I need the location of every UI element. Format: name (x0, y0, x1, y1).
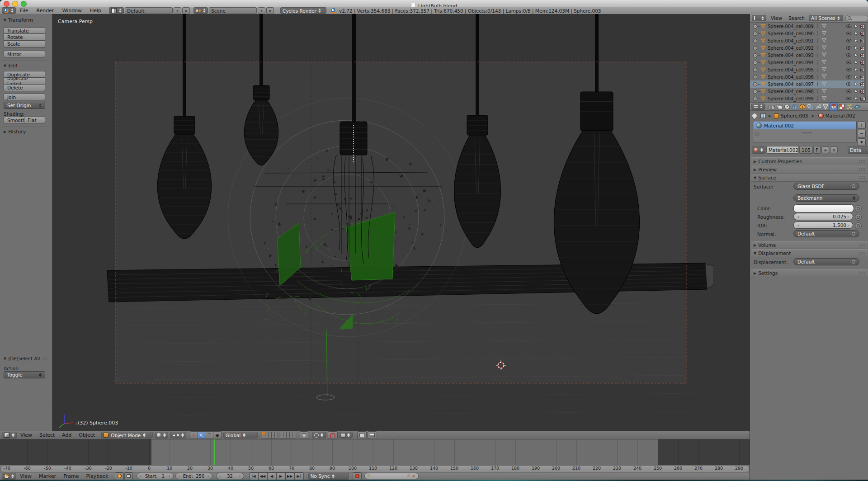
shade-flat-button[interactable]: Flat (24, 117, 45, 123)
timeline-ruler[interactable]: -70-60-50-40-30-20-100102030405060708090… (0, 465, 750, 472)
material-users-button[interactable]: 105 (799, 146, 813, 154)
scene-icon-button[interactable] (193, 7, 208, 14)
frame-start-field[interactable]: Start:1 (137, 473, 174, 479)
timeline-band[interactable] (0, 439, 750, 465)
expand-icon[interactable] (753, 24, 757, 28)
displacement-button[interactable]: Default (793, 258, 859, 265)
outliner-row[interactable]: Sphere.004_cell.091 (750, 37, 866, 44)
outliner-item-label[interactable]: Sphere.004_cell.099 (768, 96, 814, 101)
selectability-cursor-icon[interactable] (854, 46, 859, 50)
delete-key-icon[interactable]: × (412, 474, 415, 478)
object-menu[interactable]: Object (75, 432, 99, 438)
action-select[interactable]: Toggle (4, 371, 45, 378)
expand-icon[interactable] (753, 32, 757, 36)
visibility-eye-icon[interactable] (846, 96, 852, 101)
screen-layout-field[interactable]: Default (125, 7, 173, 14)
outliner-row[interactable]: Sphere.004_cell.099 (750, 95, 866, 102)
keyinglock-button[interactable] (124, 472, 133, 480)
breadcrumb-material[interactable]: Material.002 (826, 113, 855, 118)
pivot-point-select[interactable] (170, 432, 186, 439)
custom-properties-panel-header[interactable]: ▶Custom Properties (751, 157, 868, 165)
keying-set-field[interactable]: ⚿ ⚿× (364, 473, 419, 479)
outliner-row[interactable]: Sphere.004_cell.094 (750, 59, 866, 66)
timeline-editor-type-button[interactable] (2, 473, 16, 480)
outliner-item-label[interactable]: Sphere.004_cell.095 (768, 67, 814, 72)
slot-specials-button[interactable]: ▼ (858, 138, 866, 146)
menu-render[interactable]: Render (32, 8, 58, 14)
rotate-manipulator-button[interactable]: ⌒ (205, 431, 213, 439)
add-slot-button[interactable]: + (858, 121, 866, 129)
tab-scene-icon[interactable] (783, 103, 791, 110)
outliner-search-input[interactable] (845, 15, 868, 21)
outliner-row[interactable]: Sphere.004_cell.097 (750, 80, 866, 88)
volume-panel-header[interactable]: ▶Volume (751, 241, 868, 249)
roughness-slider[interactable]: 0.025 (793, 213, 853, 220)
transform-orientation-select[interactable]: Global (223, 432, 258, 439)
manipulator-toggle-button[interactable]: ✛ (190, 431, 198, 439)
outliner-item-label[interactable]: Sphere.004_cell.097 (768, 82, 814, 87)
auto-keyframe-button[interactable] (115, 472, 124, 480)
selectability-cursor-icon[interactable] (854, 67, 859, 72)
selectability-cursor-icon[interactable] (854, 38, 859, 43)
delete-scene-button[interactable]: × (266, 7, 274, 14)
outliner-row[interactable]: Sphere.004_cell.098 (750, 88, 866, 95)
timeline-frame-menu[interactable]: Frame (60, 473, 82, 479)
viewport-3d[interactable]: x (52, 14, 750, 431)
mirror-button[interactable]: Mirror (4, 51, 45, 57)
expand-icon[interactable] (753, 61, 757, 65)
outliner-item-label[interactable]: Sphere.004_cell.093 (768, 53, 814, 58)
visibility-eye-icon[interactable] (846, 60, 852, 65)
expand-icon[interactable] (753, 39, 757, 43)
layers-grid-2[interactable] (280, 432, 296, 439)
tab-material-icon[interactable] (829, 103, 838, 111)
tab-particles-icon[interactable] (845, 103, 853, 110)
duplicate-linked-button[interactable]: Duplicate Linked (4, 78, 45, 85)
timeline-view-menu[interactable]: View (16, 473, 35, 479)
screen-layout-icon-button[interactable] (109, 7, 124, 14)
surface-panel-header[interactable]: ▼Surface (751, 174, 868, 182)
add-scene-button[interactable]: + (258, 7, 265, 14)
outliner-item-label[interactable]: Sphere.004_cell.090 (768, 31, 814, 36)
jump-next-keyframe-button[interactable]: ▶▶ (285, 472, 295, 480)
insert-key-icon[interactable]: ⚿ (407, 474, 410, 479)
selectability-cursor-icon[interactable] (854, 53, 859, 57)
normal-button[interactable]: Default (793, 230, 859, 237)
shade-smooth-button[interactable]: Smooth (4, 117, 24, 123)
settings-panel-header[interactable]: ▶Settings (751, 269, 868, 277)
tab-texture-icon[interactable] (838, 103, 845, 110)
color-socket-button[interactable] (855, 205, 862, 212)
viewport-shading-select[interactable] (155, 432, 168, 439)
rotate-button[interactable]: Rotate (4, 34, 45, 41)
proportional-edit-select[interactable] (312, 432, 326, 439)
render-engine-select[interactable]: Cycles Render (280, 7, 326, 14)
play-reverse-button[interactable]: ◀ (267, 472, 277, 480)
fake-user-button[interactable]: F (813, 146, 821, 154)
preview-panel-header[interactable]: ▶Preview (751, 165, 868, 174)
visibility-eye-icon[interactable] (846, 31, 852, 36)
current-frame-field[interactable]: 32 (216, 473, 244, 479)
delete-button[interactable]: Delete (4, 85, 45, 91)
selectability-cursor-icon[interactable] (854, 24, 859, 28)
record-button[interactable] (353, 472, 362, 480)
selectability-cursor-icon[interactable] (854, 89, 859, 94)
outliner-editor-type-button[interactable] (752, 15, 766, 21)
selectability-cursor-icon[interactable] (854, 31, 859, 36)
snap-element-select[interactable] (339, 432, 353, 439)
scale-manipulator-button[interactable]: ▣ (213, 431, 222, 439)
expand-icon[interactable] (753, 75, 757, 79)
menu-window[interactable]: Window (58, 8, 86, 14)
tab-constraints-icon[interactable] (806, 103, 814, 110)
jump-to-start-button[interactable]: |◀ (249, 472, 259, 480)
join-button[interactable]: Join (4, 94, 45, 100)
outliner-row[interactable]: Sphere.004_cell.096 (750, 73, 866, 80)
tab-world-icon[interactable] (791, 103, 798, 110)
visibility-eye-icon[interactable] (846, 75, 852, 79)
breadcrumb-object[interactable]: Sphere.003 (781, 113, 808, 118)
visibility-eye-icon[interactable] (846, 38, 852, 43)
new-material-button[interactable]: + (821, 146, 829, 153)
browse-material-button[interactable] (752, 146, 765, 154)
play-button[interactable]: ▶ (276, 472, 286, 480)
tab-modifiers-icon[interactable] (814, 103, 821, 110)
roughness-socket-button[interactable] (855, 214, 862, 221)
visibility-eye-icon[interactable] (846, 67, 852, 72)
